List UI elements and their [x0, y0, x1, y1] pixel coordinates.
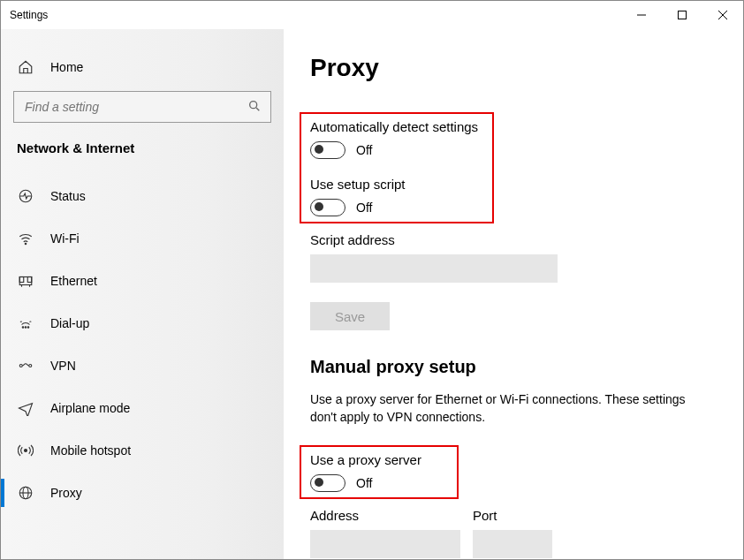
sidebar-item-label: Proxy [50, 486, 82, 500]
highlight-proxy-section: Use a proxy server Off [300, 445, 459, 499]
dialup-icon [17, 315, 34, 331]
address-label: Address [310, 508, 460, 523]
window-title: Settings [10, 9, 48, 21]
highlight-auto-section: Automatically detect settings Off Use se… [300, 112, 494, 223]
sidebar-item-label: Status [50, 189, 86, 203]
sidebar-item-label: Airplane mode [50, 401, 130, 415]
toggle-knob [315, 145, 323, 154]
titlebar: Settings [1, 1, 743, 29]
airplane-icon [17, 400, 34, 416]
sidebar-item-dialup[interactable]: Dial-up [1, 302, 284, 344]
svg-point-17 [29, 365, 32, 367]
sidebar-item-airplane[interactable]: Airplane mode [1, 387, 284, 429]
sidebar-home-label: Home [50, 60, 83, 74]
sidebar-item-hotspot[interactable]: Mobile hotspot [1, 429, 284, 472]
use-script-state: Off [356, 201, 372, 215]
use-proxy-label: Use a proxy server [310, 452, 448, 467]
sidebar-item-label: Dial-up [50, 316, 89, 330]
hotspot-icon [17, 443, 34, 458]
script-address-label: Script address [310, 232, 717, 247]
search-icon [247, 99, 262, 116]
sidebar-item-proxy[interactable]: Proxy [1, 472, 284, 514]
manual-proxy-description: Use a proxy server for Ethernet or Wi-Fi… [310, 391, 699, 426]
window-controls [621, 1, 743, 29]
sidebar-item-status[interactable]: Status [1, 175, 284, 217]
sidebar-item-vpn[interactable]: VPN [1, 344, 284, 387]
svg-point-4 [250, 101, 257, 108]
svg-line-5 [256, 108, 259, 110]
minimize-icon [637, 11, 646, 19]
svg-rect-1 [679, 11, 687, 19]
sidebar-item-label: VPN [50, 359, 76, 373]
svg-point-7 [25, 243, 27, 245]
svg-point-14 [25, 327, 27, 329]
use-proxy-toggle[interactable] [310, 474, 345, 492]
ethernet-icon [17, 273, 34, 289]
status-icon [17, 188, 34, 204]
toggle-knob [315, 202, 323, 211]
vpn-icon [17, 358, 34, 374]
search-input[interactable] [23, 99, 226, 115]
sidebar-section-title: Network & Internet [1, 140, 284, 155]
save-button-label: Save [335, 309, 365, 324]
maximize-icon [678, 11, 687, 19]
svg-point-18 [25, 450, 27, 452]
svg-point-16 [19, 365, 22, 367]
home-icon [17, 59, 34, 75]
window-body: Home Network & Internet Status [1, 29, 743, 559]
close-icon [718, 11, 727, 19]
address-input[interactable] [310, 530, 460, 558]
sidebar-nav: Status Wi-Fi Ethernet [1, 175, 284, 514]
port-label: Port [473, 508, 552, 523]
sidebar-item-ethernet[interactable]: Ethernet [1, 260, 284, 302]
sidebar-home[interactable]: Home [1, 50, 284, 84]
svg-point-15 [27, 327, 29, 329]
use-proxy-state: Off [356, 476, 372, 490]
svg-point-13 [22, 327, 24, 329]
auto-detect-state: Off [356, 143, 372, 157]
svg-rect-8 [19, 277, 32, 285]
proxy-icon [17, 485, 34, 501]
auto-detect-label: Automatically detect settings [310, 119, 483, 134]
search-input-container[interactable] [13, 91, 271, 123]
maximize-button[interactable] [662, 1, 702, 29]
svg-rect-10 [27, 277, 32, 283]
svg-rect-9 [19, 277, 24, 283]
content-area: Proxy Automatically detect settings Off … [284, 29, 743, 559]
sidebar-item-label: Wi-Fi [50, 231, 80, 246]
page-title: Proxy [310, 54, 717, 82]
sidebar-item-label: Mobile hotspot [50, 443, 131, 458]
close-button[interactable] [702, 1, 743, 29]
toggle-knob [315, 478, 323, 487]
minimize-button[interactable] [621, 1, 662, 29]
use-script-toggle[interactable] [310, 199, 345, 216]
wifi-icon [17, 231, 34, 246]
sidebar: Home Network & Internet Status [1, 29, 284, 559]
settings-window: Settings Home [0, 0, 744, 560]
sidebar-item-wifi[interactable]: Wi-Fi [1, 217, 284, 260]
port-input[interactable] [473, 530, 552, 558]
script-address-input[interactable] [310, 254, 558, 283]
manual-proxy-title: Manual proxy setup [310, 357, 717, 377]
sidebar-item-label: Ethernet [50, 274, 97, 288]
save-button[interactable]: Save [310, 302, 390, 330]
use-script-label: Use setup script [310, 177, 483, 192]
auto-detect-toggle[interactable] [310, 141, 345, 159]
